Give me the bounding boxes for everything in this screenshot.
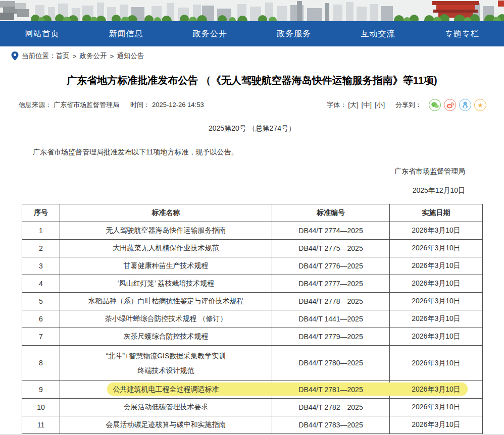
header-name: 标准名称 [60,204,272,222]
weibo-icon [446,102,454,108]
standards-table: 序号 标准名称 标准编号 实施日期 1 无人驾驶航空器海岛快件运输服务指南 DB… [22,204,483,434]
cell-no: 8 [22,346,60,381]
cell-impl-date: 2026年3月10日 [390,257,483,275]
share-label: 分享到： [395,100,422,110]
table-row: 8 “北斗”+智慧物流GIS数据采集教学实训终端技术设计规范 DB44/T 27… [22,346,483,381]
cell-standard-name: 无人驾驶航空器海岛快件运输服务指南 [60,222,272,240]
cell-standard-code: DB44/T 2780—2025 [272,346,390,381]
cell-standard-code: DB44/T 2775—2025 [272,240,390,257]
breadcrumb-gov-open[interactable]: 政务公开 [79,51,107,61]
nav-special[interactable]: 专题专栏 [420,29,504,39]
cell-no: 1 [22,222,60,240]
table-row: 10 会展活动低碳管理技术要求 DB44/T 2782—2025 2026年3月… [22,399,483,416]
cell-no: 11 [22,416,60,434]
nav-home[interactable]: 网站首页 [0,29,84,39]
cell-no: 6 [22,310,60,328]
main-nav: 网站首页 新闻信息 政务公开 政务服务 互动交流 专题专栏 [0,21,504,46]
cell-no: 2 [22,240,60,257]
breadcrumb: 当前位置： 首页 > 政务公开 > 通知公告 [0,46,504,66]
font-medium-button[interactable]: [中] [362,100,372,110]
signature-org: 广东省市场监督管理局 [10,166,494,177]
table-row: 7 灰茶尺蠖综合防控技术规程 DB44/T 2779—2025 2026年3月1… [22,328,483,346]
table-header-row: 序号 标准名称 标准编号 实施日期 [22,204,483,222]
body-paragraph: 广东省市场监督管理局批准发布以下11项地方标准，现予以公告。 [19,146,485,157]
table-row: 5 水稻品种（系）白叶枯病抗性鉴定与评价技术规程 DB44/T 2778—202… [22,293,483,310]
cell-standard-name: 甘薯健康种苗生产技术规程 [60,257,272,275]
header-date: 实施日期 [390,204,483,222]
cell-standard-name: 会展活动低碳管理技术要求 [60,399,272,416]
cell-no: 4 [22,275,60,293]
cell-standard-name: 水稻品种（系）白叶枯病抗性鉴定与评价技术规程 [60,293,272,310]
nav-gov-service[interactable]: 政务服务 [252,29,336,39]
cell-standard-code: DB44/T 2778—2025 [272,293,390,310]
cell-impl-date: 2026年3月10日 [390,416,483,434]
cell-impl-date: 2026年3月10日 [390,293,483,310]
page-title: 广东省地方标准批准发布公告 （《无人驾驶航空器海岛快件运输服务指南》等11项) [10,73,494,88]
cell-standard-code: DB44/T 2774—2025 [272,222,390,240]
doc-number: 2025第20号 （总第274号） [10,124,494,133]
font-small-button[interactable]: [小] [375,100,385,110]
cell-standard-code: DB44/T 2783—2025 [272,416,390,434]
wechat-icon [431,102,439,108]
meta-source: 信息来源：广东省市场监督管理局时间：2025-12-26 14:53 [19,100,206,110]
cell-no: 7 [22,328,60,346]
cell-standard-name: 茶小绿叶蝉综合防控技术规程 （修订） [60,310,272,328]
cell-impl-date: 2026年3月10日 [390,328,483,346]
header-code: 标准编号 [272,204,390,222]
source-value: 广东省市场监督管理局 [54,101,119,108]
skyline-graphic [0,0,504,21]
cell-standard-code: DB44/T 2782—2025 [272,399,390,416]
meta-tools: 字体： [大] [中] [小] 分享到： [327,99,486,111]
cell-standard-code: DB44/T 2777—2025 [272,275,390,293]
breadcrumb-label: 当前位置： [22,51,56,61]
qq-share-icon[interactable] [459,99,471,111]
header-no: 序号 [22,204,60,222]
breadcrumb-notices[interactable]: 通知公告 [117,51,144,61]
table-row: 4 ‘凤山红灯笼’ 荔枝栽培技术规程 DB44/T 2777—2025 2026… [22,275,483,293]
article: 广东省地方标准批准发布公告 （《无人驾驶航空器海岛快件运输服务指南》等11项) … [10,73,494,435]
nav-news[interactable]: 新闻信息 [84,29,168,39]
cell-standard-code: DB44/T 2779—2025 [272,328,390,346]
cell-impl-date: 2026年3月10日 [390,399,483,416]
table-row: 3 甘薯健康种苗生产技术规程 DB44/T 2776—2025 2026年3月1… [22,257,483,275]
location-pin-icon [11,51,19,61]
page: 网站首页 新闻信息 政务公开 政务服务 互动交流 专题专栏 当前位置： 首页 >… [0,0,504,435]
cell-no: 10 [22,399,60,416]
time-label: 时间： [130,101,150,108]
star-share-icon[interactable]: ★ [474,99,486,111]
weibo-share-icon[interactable] [444,99,456,111]
font-large-button[interactable]: [大] [348,100,358,110]
source-label: 信息来源： [19,101,52,108]
font-size-label: 字体： [327,100,346,110]
cell-standard-name: 灰茶尺蠖综合防控技术规程 [60,328,272,346]
table-row: 1 无人驾驶航空器海岛快件运输服务指南 DB44/T 2774—2025 202… [22,222,483,240]
cell-standard-name: 大田蔬菜无人机植保作业技术规范 [60,240,272,257]
cell-standard-name: 会展活动碳足迹核算与碳中和实施指南 [60,416,272,434]
cell-no: 5 [22,293,60,310]
signature-date: 2025年12月10日 [10,185,494,196]
cell-no: 9 [22,381,60,399]
nav-gov-open[interactable]: 政务公开 [168,29,252,39]
wechat-share-icon[interactable] [429,99,441,111]
time-value: 2025-12-26 14:53 [152,101,204,108]
breadcrumb-separator: > [110,52,114,60]
cell-impl-date: 2026年3月10日 [390,240,483,257]
cell-standard-code: DB44/T 2776—2025 [272,257,390,275]
nav-interaction[interactable]: 互动交流 [336,29,420,39]
qq-icon [462,101,468,108]
standards-table-wrap: 序号 标准名称 标准编号 实施日期 1 无人驾驶航空器海岛快件运输服务指南 DB… [22,204,482,434]
breadcrumb-separator: > [73,52,77,60]
table-row: 2 大田蔬菜无人机植保作业技术规范 DB44/T 2775—2025 2026年… [22,240,483,257]
cell-standard-code: DB44/T 1441—2025 [272,310,390,328]
cell-impl-date: 2026年3月10日 [390,346,483,381]
cell-impl-date: 2026年3月10日 [390,275,483,293]
cell-impl-date: 2026年3月10日 [390,222,483,240]
table-row: 11 会展活动碳足迹核算与碳中和实施指南 DB44/T 2783—2025 20… [22,416,483,434]
cell-impl-date: 2026年3月10日 [390,310,483,328]
cell-standard-name: ‘凤山红灯笼’ 荔枝栽培技术规程 [60,275,272,293]
breadcrumb-home[interactable]: 首页 [56,51,70,61]
table-row: 6 茶小绿叶蝉综合防控技术规程 （修订） DB44/T 1441—2025 20… [22,310,483,328]
cell-standard-name: “北斗”+智慧物流GIS数据采集教学实训终端技术设计规范 [60,346,272,381]
meta-row: 信息来源：广东省市场监督管理局时间：2025-12-26 14:53 字体： [… [10,99,494,111]
cell-no: 3 [22,257,60,275]
